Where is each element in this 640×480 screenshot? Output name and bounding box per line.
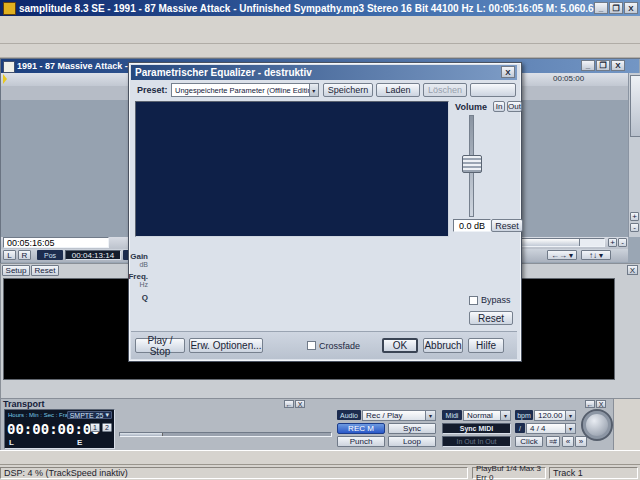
loop-button[interactable]: Loop bbox=[388, 436, 436, 447]
punch-button[interactable]: Punch bbox=[337, 436, 385, 447]
app-title: samplitude 8.3 SE - 1991 - 87 Massive At… bbox=[19, 3, 594, 14]
crossfade-row: Crossfade bbox=[307, 341, 360, 351]
midi-mode-select[interactable]: Normal▾ bbox=[463, 410, 511, 421]
vzoom-minus-button[interactable]: - bbox=[630, 223, 639, 232]
smpte-select[interactable]: SMPTE 25 ▾ bbox=[67, 411, 112, 419]
time-e-label: E bbox=[77, 438, 82, 447]
ok-button[interactable]: OK bbox=[382, 338, 418, 353]
hzoom-minus-button[interactable]: - bbox=[618, 238, 627, 247]
vertical-scrollbar[interactable]: + - bbox=[628, 73, 640, 237]
transport-panel: Transport ← X ← X Hours : Min : Sec : Fr… bbox=[0, 398, 614, 452]
wave-doc-icon bbox=[3, 61, 15, 73]
nudge-left-button[interactable]: « bbox=[562, 436, 574, 447]
vzoom-plus-button[interactable]: + bbox=[630, 212, 639, 221]
hzoom-plus-button[interactable]: + bbox=[608, 238, 617, 247]
signature-select[interactable]: 4 / 4▾ bbox=[526, 423, 576, 434]
freq-row-label: Freq. bbox=[126, 272, 148, 281]
play-stop-button[interactable]: Play / Stop bbox=[135, 338, 185, 353]
left-channel-button[interactable]: L bbox=[3, 250, 16, 260]
time-l-label: L bbox=[9, 438, 14, 447]
bypass-checkbox[interactable] bbox=[469, 296, 478, 305]
transport-title: Transport bbox=[3, 399, 45, 409]
status-dsp: DSP: 4 % (TrackSpeed inaktiv) bbox=[0, 467, 468, 479]
minimize-button[interactable]: _ bbox=[594, 2, 608, 14]
wave-close-button[interactable]: X bbox=[611, 60, 625, 71]
vzoom-preset-button[interactable]: ↑↓ ▾ bbox=[581, 250, 611, 260]
volume-slider-handle[interactable] bbox=[462, 155, 482, 173]
vis-setup-button[interactable]: Setup bbox=[2, 265, 30, 276]
eq-dialog-title: Parametrischer Equalizer - destruktiv bbox=[135, 67, 312, 78]
vis-close-button[interactable]: X bbox=[627, 265, 638, 275]
jog-wheel[interactable] bbox=[581, 409, 613, 441]
setup-abc-strip bbox=[470, 83, 516, 97]
eq-dialog-title-bar[interactable]: Parametrischer Equalizer - destruktiv X bbox=[131, 65, 517, 80]
audio-midi-close-button[interactable]: X bbox=[596, 400, 606, 408]
midi-label: Midi bbox=[442, 410, 462, 420]
maximize-button[interactable]: ❐ bbox=[609, 2, 623, 14]
spectrum-freq-axis bbox=[3, 379, 613, 390]
ruler-time-label: 00:05:00 bbox=[553, 74, 584, 83]
time-preset-1-button[interactable]: 1 bbox=[90, 423, 100, 432]
preset-label: Preset: bbox=[137, 85, 168, 95]
app-title-bar: samplitude 8.3 SE - 1991 - 87 Massive At… bbox=[0, 0, 640, 16]
status-playbuf: PlayBuf 1/4 Max 3 Err 0 bbox=[472, 467, 546, 479]
nudge-right-button[interactable]: » bbox=[575, 436, 587, 447]
parametric-eq-dialog: Parametrischer Equalizer - destruktiv X … bbox=[128, 62, 522, 362]
audio-midi-dock-button[interactable]: ← bbox=[585, 400, 595, 408]
volume-label: Volume bbox=[453, 102, 489, 112]
meter-reset-button[interactable]: Reset bbox=[491, 219, 523, 232]
bpm-label: bpm bbox=[515, 410, 533, 420]
sync-midi-display: Sync MIDI bbox=[442, 423, 511, 434]
hzoom-preset-button[interactable]: ←→ ▾ bbox=[547, 250, 577, 260]
preset-select[interactable]: Ungespeicherte Parameter (Offline Editin… bbox=[171, 83, 319, 97]
position-slider-thumb[interactable] bbox=[120, 433, 163, 436]
preset-save-button[interactable]: Speichern bbox=[323, 83, 373, 97]
freq-row-unit: Hz bbox=[126, 281, 148, 288]
eq-dialog-footer: Play / Stop Erw. Optionen... Crossfade O… bbox=[131, 331, 517, 359]
click-button[interactable]: Click bbox=[515, 436, 543, 447]
toolbar-modes bbox=[0, 44, 640, 58]
play-cursor-marker[interactable] bbox=[3, 74, 7, 84]
bypass-row: Bypass bbox=[469, 295, 511, 305]
vscroll-thumb[interactable] bbox=[630, 75, 640, 137]
position-slider[interactable] bbox=[119, 432, 332, 437]
sync-button[interactable]: Sync bbox=[388, 423, 436, 434]
preset-delete-button[interactable]: Löschen bbox=[423, 83, 467, 97]
rec-play-select[interactable]: Rec / Play▾ bbox=[362, 410, 436, 421]
crossfade-checkbox[interactable] bbox=[307, 341, 316, 350]
help-button[interactable]: Hilfe bbox=[468, 338, 504, 353]
time-preset-2-button[interactable]: 2 bbox=[102, 423, 112, 432]
toolbar-main bbox=[0, 29, 640, 44]
meter-out-button[interactable]: Out bbox=[507, 101, 522, 112]
status-track: Track 1 bbox=[549, 467, 638, 479]
lock-button[interactable]: ≡# bbox=[546, 436, 560, 447]
gain-row-label: Gain bbox=[126, 252, 148, 261]
level-meters bbox=[492, 114, 522, 216]
wave-maximize-button[interactable]: ❐ bbox=[596, 60, 610, 71]
wave-minimize-button[interactable]: _ bbox=[581, 60, 595, 71]
menu-bar bbox=[0, 16, 640, 30]
gain-row-unit: dB bbox=[126, 261, 148, 268]
preset-load-button[interactable]: Laden bbox=[376, 83, 420, 97]
rec-mode-button[interactable]: REC M bbox=[337, 423, 385, 434]
hscroll-track[interactable] bbox=[519, 238, 605, 247]
advanced-options-button[interactable]: Erw. Optionen... bbox=[189, 338, 263, 353]
audio-label: Audio bbox=[337, 410, 361, 420]
marker-row bbox=[119, 439, 333, 450]
cancel-button[interactable]: Abbruch bbox=[423, 338, 463, 353]
hscroll-thumb[interactable] bbox=[520, 239, 580, 246]
vis-reset-button[interactable]: Reset bbox=[31, 265, 59, 276]
midi-in-out-display: In Out In Out bbox=[442, 436, 511, 447]
close-button[interactable]: X bbox=[624, 2, 638, 14]
transport-close-button[interactable]: X bbox=[295, 400, 305, 408]
eq-close-button[interactable]: X bbox=[501, 66, 515, 78]
status-bar: DSP: 4 % (TrackSpeed inaktiv) PlayBuf 1/… bbox=[0, 464, 640, 480]
meter-in-button[interactable]: In bbox=[493, 101, 505, 112]
transport-dock-button[interactable]: ← bbox=[284, 400, 294, 408]
right-channel-button[interactable]: R bbox=[18, 250, 31, 260]
eq-reset-button[interactable]: Reset bbox=[469, 311, 513, 325]
crossfade-label: Crossfade bbox=[319, 341, 360, 351]
bpm-select[interactable]: 120.00▾ bbox=[534, 410, 576, 421]
eq-graph[interactable] bbox=[135, 101, 449, 237]
time-value: 00:00:00:00 bbox=[7, 421, 100, 437]
